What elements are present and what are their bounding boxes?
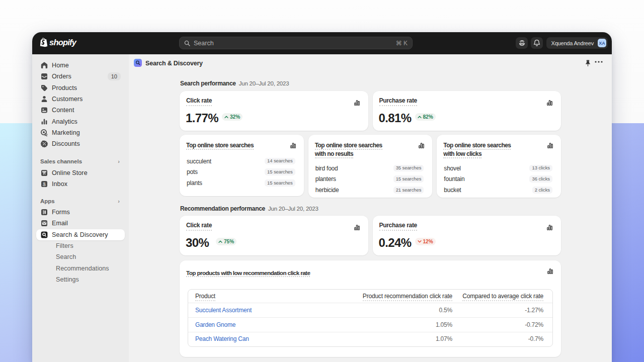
svg-text:S: S bbox=[43, 182, 45, 186]
